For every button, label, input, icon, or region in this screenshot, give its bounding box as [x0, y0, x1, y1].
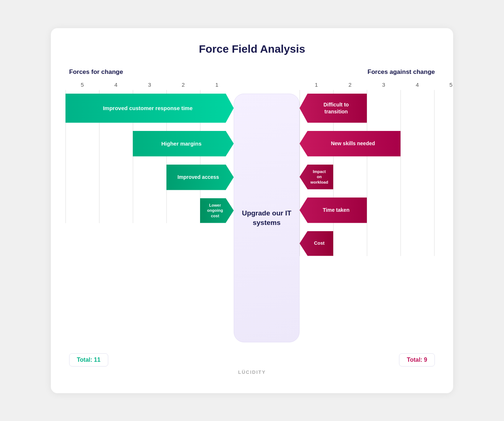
- scale-row: 5 4 3 2 1 1 2 3 4 5: [65, 82, 439, 88]
- force-bar-left-4: Lower ongoing cost: [65, 198, 234, 223]
- force-bar-right-4: Time taken: [300, 198, 367, 223]
- right-scale: 1 2 3 4 5: [300, 82, 468, 88]
- right-forces-container: Difficult to transition New skills neede…: [300, 90, 439, 256]
- vline-5-right: [434, 90, 435, 256]
- scale-5-left: 5: [65, 82, 99, 88]
- total-right: Total: 9: [399, 353, 435, 367]
- total-left: Total: 11: [69, 353, 108, 367]
- force-bar-right-3: Impact on workload: [300, 165, 333, 189]
- diagram-wrapper: Improved customer response time Higher m…: [65, 90, 439, 342]
- arrow-left-4: Lower ongoing cost: [200, 198, 234, 223]
- scale-5-right: 5: [434, 82, 468, 88]
- arrow-right-3: Impact on workload: [300, 165, 333, 189]
- vline-4-right: [400, 90, 401, 256]
- main-card: Force Field Analysis Forces for change F…: [51, 28, 453, 393]
- arrow-right-4: Time taken: [300, 198, 367, 223]
- scale-3-right: 3: [367, 82, 400, 88]
- scale-4-right: 4: [400, 82, 434, 88]
- left-forces-container: Improved customer response time Higher m…: [65, 90, 234, 223]
- left-scale: 5 4 3 2 1: [65, 82, 234, 88]
- force-bar-right-5: Cost: [300, 231, 333, 256]
- scale-1-left: 1: [200, 82, 234, 88]
- section-headers: Forces for change Forces against change: [65, 68, 439, 76]
- force-bar-left-1: Improved customer response time: [65, 94, 234, 123]
- vline-3-right: [367, 90, 367, 256]
- arrow-right-5: Cost: [300, 231, 333, 256]
- page-title: Force Field Analysis: [65, 43, 439, 55]
- arrow-right-2: New skills needed: [300, 131, 400, 157]
- arrow-left-2: Higher margins: [133, 131, 234, 157]
- arrow-right-1: Difficult to transition: [300, 94, 367, 123]
- force-bar-right-1: Difficult to transition: [300, 94, 367, 123]
- scale-2-left: 2: [166, 82, 200, 88]
- brand-label: LÜCIDITY: [65, 369, 439, 375]
- totals-row: Total: 11 Total: 9: [65, 353, 439, 367]
- scale-4-left: 4: [99, 82, 133, 88]
- scale-1-right: 1: [300, 82, 333, 88]
- scale-3-left: 3: [133, 82, 166, 88]
- arrow-left-3: Improved access: [166, 165, 234, 190]
- force-bar-right-2: New skills needed: [300, 131, 400, 157]
- right-section-header: Forces against change: [368, 68, 435, 76]
- left-section-header: Forces for change: [69, 68, 123, 76]
- arrow-left-1: Improved customer response time: [65, 94, 234, 123]
- scale-2-right: 2: [333, 82, 367, 88]
- force-bar-left-3: Improved access: [65, 165, 234, 190]
- center-box: Upgrade our IT systems: [234, 94, 300, 342]
- force-bar-left-2: Higher margins: [65, 131, 234, 157]
